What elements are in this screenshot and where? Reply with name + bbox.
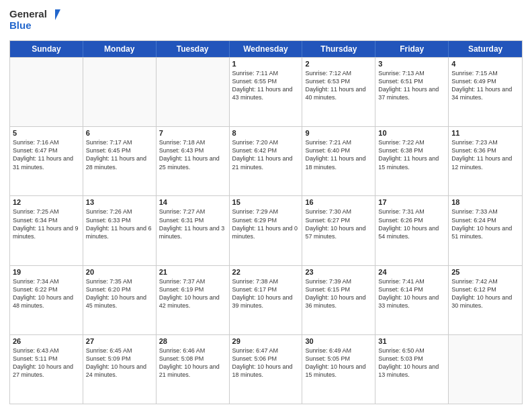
calendar-cell: 9Sunrise: 7:21 AMSunset: 6:40 PMDaylight… xyxy=(302,127,375,195)
calendar-cell xyxy=(157,58,230,126)
cell-info: Sunrise: 7:39 AMSunset: 6:15 PMDaylight:… xyxy=(305,277,372,310)
cell-info: Sunrise: 6:46 AMSunset: 5:08 PMDaylight:… xyxy=(159,347,226,379)
day-number: 5 xyxy=(13,129,80,137)
calendar-cell: 4Sunrise: 7:15 AMSunset: 6:49 PMDaylight… xyxy=(449,58,522,126)
logo: General Blue xyxy=(9,7,63,35)
day-number: 3 xyxy=(378,60,445,68)
cell-info: Sunrise: 7:38 AMSunset: 6:17 PMDaylight:… xyxy=(232,277,300,310)
calendar-cell: 6Sunrise: 7:17 AMSunset: 6:45 PMDaylight… xyxy=(83,127,157,195)
day-number: 12 xyxy=(13,198,80,206)
calendar-cell: 19Sunrise: 7:34 AMSunset: 6:22 PMDayligh… xyxy=(10,266,83,334)
calendar-cell: 23Sunrise: 7:39 AMSunset: 6:15 PMDayligh… xyxy=(302,266,375,334)
calendar-cell: 5Sunrise: 7:16 AMSunset: 6:47 PMDaylight… xyxy=(10,127,83,195)
day-number: 29 xyxy=(232,337,300,345)
calendar-cell: 7Sunrise: 7:18 AMSunset: 6:43 PMDaylight… xyxy=(157,127,230,195)
calendar-header-row: SundayMondayTuesdayWednesdayThursdayFrid… xyxy=(10,41,522,57)
calendar-cell: 10Sunrise: 7:22 AMSunset: 6:38 PMDayligh… xyxy=(375,127,449,195)
svg-text:Blue: Blue xyxy=(9,19,32,31)
cell-info: Sunrise: 6:49 AMSunset: 5:05 PMDaylight:… xyxy=(305,347,372,379)
cell-info: Sunrise: 7:12 AMSunset: 6:53 PMDaylight:… xyxy=(305,69,372,102)
cell-info: Sunrise: 7:27 AMSunset: 6:31 PMDaylight:… xyxy=(159,208,226,240)
day-number: 6 xyxy=(86,129,153,137)
cell-info: Sunrise: 7:31 AMSunset: 6:26 PMDaylight:… xyxy=(378,208,445,240)
cell-info: Sunrise: 7:18 AMSunset: 6:43 PMDaylight:… xyxy=(159,138,226,171)
calendar-cell: 16Sunrise: 7:30 AMSunset: 6:27 PMDayligh… xyxy=(302,196,375,265)
calendar-cell: 17Sunrise: 7:31 AMSunset: 6:26 PMDayligh… xyxy=(375,196,449,265)
calendar-week-3: 12Sunrise: 7:25 AMSunset: 6:34 PMDayligh… xyxy=(10,195,522,265)
cell-info: Sunrise: 7:35 AMSunset: 6:20 PMDaylight:… xyxy=(86,277,153,310)
day-number: 8 xyxy=(232,129,300,137)
day-number: 17 xyxy=(378,198,445,206)
day-number: 20 xyxy=(86,268,153,276)
calendar-cell: 29Sunrise: 6:47 AMSunset: 5:06 PMDayligh… xyxy=(230,335,303,404)
day-number: 25 xyxy=(451,268,519,276)
cell-info: Sunrise: 7:15 AMSunset: 6:49 PMDaylight:… xyxy=(451,69,519,102)
calendar-cell: 25Sunrise: 7:42 AMSunset: 6:12 PMDayligh… xyxy=(449,266,522,334)
header: General Blue xyxy=(9,7,523,35)
calendar-cell: 24Sunrise: 7:41 AMSunset: 6:14 PMDayligh… xyxy=(375,266,449,334)
calendar-cell: 13Sunrise: 7:26 AMSunset: 6:33 PMDayligh… xyxy=(83,196,157,265)
calendar-week-5: 26Sunrise: 6:43 AMSunset: 5:11 PMDayligh… xyxy=(10,334,522,404)
day-number: 26 xyxy=(13,337,80,345)
cell-info: Sunrise: 6:47 AMSunset: 5:06 PMDaylight:… xyxy=(232,347,300,379)
cell-info: Sunrise: 7:34 AMSunset: 6:22 PMDaylight:… xyxy=(13,277,80,310)
cell-info: Sunrise: 7:22 AMSunset: 6:38 PMDaylight:… xyxy=(378,138,445,171)
calendar-week-1: 1Sunrise: 7:11 AMSunset: 6:55 PMDaylight… xyxy=(10,57,522,126)
day-number: 4 xyxy=(451,60,519,68)
day-number: 2 xyxy=(305,60,372,68)
cell-info: Sunrise: 7:23 AMSunset: 6:36 PMDaylight:… xyxy=(451,138,519,171)
calendar-cell: 12Sunrise: 7:25 AMSunset: 6:34 PMDayligh… xyxy=(10,196,83,265)
calendar-cell: 26Sunrise: 6:43 AMSunset: 5:11 PMDayligh… xyxy=(10,335,83,404)
cell-info: Sunrise: 7:25 AMSunset: 6:34 PMDaylight:… xyxy=(13,208,80,240)
cell-info: Sunrise: 7:37 AMSunset: 6:19 PMDaylight:… xyxy=(159,277,226,310)
calendar: SundayMondayTuesdayWednesdayThursdayFrid… xyxy=(9,40,523,404)
logo-svg: General Blue xyxy=(9,7,63,35)
calendar-cell: 15Sunrise: 7:29 AMSunset: 6:29 PMDayligh… xyxy=(230,196,303,265)
cell-info: Sunrise: 6:43 AMSunset: 5:11 PMDaylight:… xyxy=(13,347,80,379)
header-day-friday: Friday xyxy=(375,41,449,57)
cell-info: Sunrise: 7:42 AMSunset: 6:12 PMDaylight:… xyxy=(451,277,519,310)
day-number: 10 xyxy=(378,129,445,137)
day-number: 9 xyxy=(305,129,372,137)
calendar-cell: 20Sunrise: 7:35 AMSunset: 6:20 PMDayligh… xyxy=(83,266,157,334)
cell-info: Sunrise: 7:13 AMSunset: 6:51 PMDaylight:… xyxy=(378,69,445,102)
calendar-week-2: 5Sunrise: 7:16 AMSunset: 6:47 PMDaylight… xyxy=(10,126,522,195)
day-number: 15 xyxy=(232,198,300,206)
cell-info: Sunrise: 7:11 AMSunset: 6:55 PMDaylight:… xyxy=(232,69,300,102)
header-day-monday: Monday xyxy=(83,41,157,57)
calendar-cell: 8Sunrise: 7:20 AMSunset: 6:42 PMDaylight… xyxy=(230,127,303,195)
calendar-cell: 2Sunrise: 7:12 AMSunset: 6:53 PMDaylight… xyxy=(302,58,375,126)
page: General Blue SundayMondayTuesdayWednesda… xyxy=(0,0,532,411)
day-number: 7 xyxy=(159,129,226,137)
header-day-sunday: Sunday xyxy=(10,41,83,57)
cell-info: Sunrise: 7:29 AMSunset: 6:29 PMDaylight:… xyxy=(232,208,300,240)
day-number: 22 xyxy=(232,268,300,276)
calendar-cell: 11Sunrise: 7:23 AMSunset: 6:36 PMDayligh… xyxy=(449,127,522,195)
cell-info: Sunrise: 7:41 AMSunset: 6:14 PMDaylight:… xyxy=(378,277,445,310)
day-number: 11 xyxy=(451,129,519,137)
day-number: 14 xyxy=(159,198,226,206)
day-number: 30 xyxy=(305,337,372,345)
header-day-saturday: Saturday xyxy=(449,41,522,57)
svg-marker-2 xyxy=(55,9,60,20)
cell-info: Sunrise: 7:16 AMSunset: 6:47 PMDaylight:… xyxy=(13,138,80,171)
calendar-cell xyxy=(83,58,157,126)
day-number: 24 xyxy=(378,268,445,276)
cell-info: Sunrise: 7:17 AMSunset: 6:45 PMDaylight:… xyxy=(86,138,153,171)
calendar-cell: 21Sunrise: 7:37 AMSunset: 6:19 PMDayligh… xyxy=(157,266,230,334)
calendar-cell: 18Sunrise: 7:33 AMSunset: 6:24 PMDayligh… xyxy=(449,196,522,265)
calendar-cell: 14Sunrise: 7:27 AMSunset: 6:31 PMDayligh… xyxy=(157,196,230,265)
day-number: 18 xyxy=(451,198,519,206)
calendar-cell: 22Sunrise: 7:38 AMSunset: 6:17 PMDayligh… xyxy=(230,266,303,334)
calendar-cell: 3Sunrise: 7:13 AMSunset: 6:51 PMDaylight… xyxy=(375,58,449,126)
day-number: 19 xyxy=(13,268,80,276)
day-number: 23 xyxy=(305,268,372,276)
day-number: 31 xyxy=(378,337,445,345)
calendar-body: 1Sunrise: 7:11 AMSunset: 6:55 PMDaylight… xyxy=(10,57,522,404)
cell-info: Sunrise: 7:26 AMSunset: 6:33 PMDaylight:… xyxy=(86,208,153,240)
calendar-cell: 1Sunrise: 7:11 AMSunset: 6:55 PMDaylight… xyxy=(230,58,303,126)
cell-info: Sunrise: 6:45 AMSunset: 5:09 PMDaylight:… xyxy=(86,347,153,379)
calendar-cell xyxy=(10,58,83,126)
header-day-thursday: Thursday xyxy=(302,41,375,57)
day-number: 27 xyxy=(86,337,153,345)
